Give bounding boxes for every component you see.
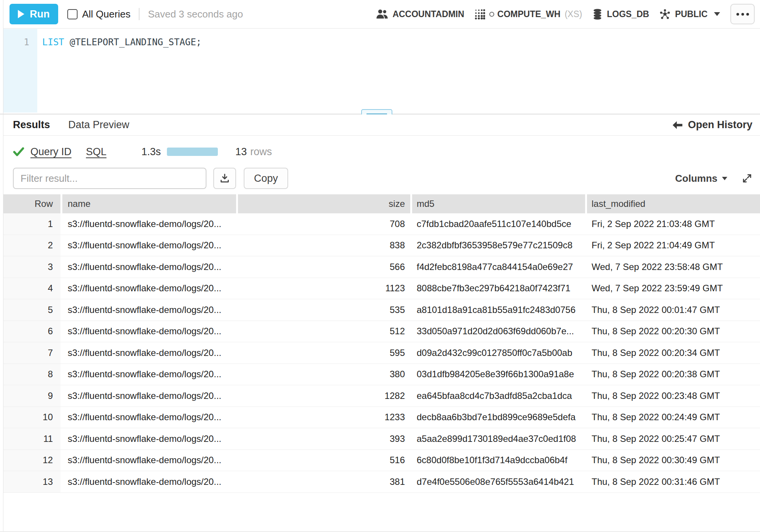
success-check-icon bbox=[13, 147, 24, 157]
cell-name: s3://fluentd-snowflake-demo/logs/20... bbox=[62, 299, 236, 321]
table-row[interactable]: 4s3://fluentd-snowflake-demo/logs/20...1… bbox=[3, 278, 760, 300]
context-selectors: ACCOUNTADMIN COMPUTE_WH (XS) bbox=[376, 4, 755, 24]
cell-last_modified: Thu, 8 Sep 2022 00:30:49 GMT bbox=[587, 450, 760, 471]
sql-statement: LIST @TELEPORT_LANDING_STAGE; bbox=[37, 35, 202, 50]
cell-name: s3://fluentd-snowflake-demo/logs/20... bbox=[62, 278, 236, 299]
cell-row: 5 bbox=[3, 299, 60, 321]
results-panel: Results Data Preview Open History Query … bbox=[3, 114, 760, 531]
column-header-last-modified[interactable]: last_modified bbox=[587, 194, 760, 213]
cell-size: 381 bbox=[238, 471, 410, 492]
cell-last_modified: Thu, 8 Sep 2022 00:23:48 GMT bbox=[587, 385, 760, 407]
table-row[interactable]: 2s3://fluentd-snowflake-demo/logs/20...8… bbox=[3, 235, 760, 257]
cell-name: s3://fluentd-snowflake-demo/logs/20... bbox=[62, 213, 236, 235]
table-row[interactable]: 11s3://fluentd-snowflake-demo/logs/20...… bbox=[3, 428, 760, 450]
cell-md5: 03d1dfb984205e8e39f66b1300a91a8e bbox=[412, 364, 585, 385]
schema-name: PUBLIC bbox=[675, 9, 708, 19]
cell-last_modified: Thu, 8 Sep 2022 00:01:47 GMT bbox=[587, 299, 760, 321]
sql-link[interactable]: SQL bbox=[86, 146, 106, 158]
run-button[interactable]: Run bbox=[10, 4, 58, 24]
cell-md5: a5aa2e899d1730189ed4ae37c0ed1f08 bbox=[412, 428, 585, 449]
expand-icon bbox=[742, 173, 752, 184]
tab-results[interactable]: Results bbox=[13, 119, 50, 131]
cell-size: 566 bbox=[238, 256, 410, 278]
warehouse-size: (XS) bbox=[565, 9, 582, 19]
cell-size: 516 bbox=[238, 450, 410, 471]
table-header: Row name size md5 last_modified bbox=[3, 194, 760, 213]
tab-data-preview[interactable]: Data Preview bbox=[68, 119, 130, 131]
cell-md5: f4d2febc8198a477ca844154a0e69e27 bbox=[412, 256, 585, 278]
columns-dropdown[interactable]: Columns bbox=[675, 173, 727, 184]
cell-last_modified: Thu, 8 Sep 2022 00:20:38 GMT bbox=[587, 364, 760, 385]
warehouse-icon bbox=[474, 9, 485, 19]
cell-row: 10 bbox=[3, 407, 60, 428]
role-name: ACCOUNTADMIN bbox=[392, 9, 464, 19]
run-button-label: Run bbox=[30, 8, 49, 20]
cell-md5: 8088cbe7fb3ec297b64218a0f7423f71 bbox=[412, 278, 585, 299]
query-status-row: Query ID SQL 1.3s 13 rows bbox=[3, 142, 760, 162]
cell-md5: c7fdb1cbad20aafe511c107e140bd5ce bbox=[412, 213, 585, 235]
play-icon bbox=[18, 10, 24, 18]
toolbar-divider bbox=[139, 8, 140, 20]
saved-status-text: Saved 3 seconds ago bbox=[148, 8, 243, 20]
cell-row: 12 bbox=[3, 450, 60, 471]
table-row[interactable]: 1s3://fluentd-snowflake-demo/logs/20...7… bbox=[3, 213, 760, 235]
cell-name: s3://fluentd-snowflake-demo/logs/20... bbox=[62, 235, 236, 256]
chevron-down-icon bbox=[714, 12, 720, 16]
warehouse-selector[interactable]: COMPUTE_WH (XS) bbox=[474, 9, 582, 19]
warehouse-status-icon bbox=[489, 12, 494, 17]
table-row[interactable]: 13s3://fluentd-snowflake-demo/logs/20...… bbox=[3, 471, 760, 493]
cell-last_modified: Wed, 7 Sep 2022 23:59:49 GMT bbox=[587, 278, 760, 299]
cell-row: 2 bbox=[3, 235, 60, 256]
cell-size: 393 bbox=[238, 428, 410, 449]
cell-row: 3 bbox=[3, 256, 60, 278]
table-row[interactable]: 9s3://fluentd-snowflake-demo/logs/20...1… bbox=[3, 385, 760, 407]
table-row[interactable]: 6s3://fluentd-snowflake-demo/logs/20...5… bbox=[3, 321, 760, 343]
column-header-row[interactable]: Row bbox=[3, 194, 60, 213]
results-table: Row name size md5 last_modified 1s3://fl… bbox=[3, 194, 760, 493]
worksheet-panel: Run All Queries Saved 3 seconds ago ACCO… bbox=[0, 0, 760, 532]
query-duration: 1.3s bbox=[141, 146, 161, 158]
table-row[interactable]: 3s3://fluentd-snowflake-demo/logs/20...5… bbox=[3, 256, 760, 278]
more-actions-button[interactable] bbox=[730, 4, 755, 24]
column-header-size[interactable]: size bbox=[238, 194, 410, 213]
table-row[interactable]: 5s3://fluentd-snowflake-demo/logs/20...5… bbox=[3, 299, 760, 321]
cell-last_modified: Thu, 8 Sep 2022 00:31:46 GMT bbox=[587, 471, 760, 492]
column-header-name[interactable]: name bbox=[62, 194, 236, 213]
download-results-button[interactable] bbox=[213, 168, 236, 189]
column-header-md5[interactable]: md5 bbox=[412, 194, 585, 213]
table-row[interactable]: 8s3://fluentd-snowflake-demo/logs/20...3… bbox=[3, 364, 760, 386]
query-id-link[interactable]: Query ID bbox=[30, 146, 71, 158]
open-history-button[interactable]: Open History bbox=[672, 119, 752, 131]
cell-row: 9 bbox=[3, 385, 60, 407]
cell-last_modified: Fri, 2 Sep 2022 21:03:48 GMT bbox=[587, 213, 760, 235]
cell-name: s3://fluentd-snowflake-demo/logs/20... bbox=[62, 471, 236, 492]
all-queries-checkbox[interactable] bbox=[67, 9, 78, 19]
table-body: 1s3://fluentd-snowflake-demo/logs/20...7… bbox=[3, 213, 760, 493]
cell-md5: d7e4f0e5506e08e765f5553a6414b421 bbox=[412, 471, 585, 492]
cell-row: 4 bbox=[3, 278, 60, 299]
cell-row: 6 bbox=[3, 321, 60, 342]
role-selector[interactable]: ACCOUNTADMIN bbox=[376, 9, 464, 19]
cell-last_modified: Thu, 8 Sep 2022 00:20:30 GMT bbox=[587, 321, 760, 342]
arrow-left-icon bbox=[672, 121, 683, 130]
cell-size: 708 bbox=[238, 213, 410, 235]
cell-last_modified: Thu, 8 Sep 2022 00:25:47 GMT bbox=[587, 428, 760, 449]
all-queries-label: All Queries bbox=[82, 8, 130, 20]
table-row[interactable]: 7s3://fluentd-snowflake-demo/logs/20...5… bbox=[3, 342, 760, 364]
schema-selector[interactable]: PUBLIC bbox=[659, 8, 720, 20]
cell-name: s3://fluentd-snowflake-demo/logs/20... bbox=[62, 385, 236, 407]
database-selector[interactable]: LOGS_DB bbox=[592, 9, 649, 20]
warehouse-name: COMPUTE_WH bbox=[497, 9, 560, 19]
cell-name: s3://fluentd-snowflake-demo/logs/20... bbox=[62, 428, 236, 449]
expand-results-button[interactable] bbox=[742, 173, 752, 184]
cell-name: s3://fluentd-snowflake-demo/logs/20... bbox=[62, 407, 236, 428]
cell-name: s3://fluentd-snowflake-demo/logs/20... bbox=[62, 342, 236, 364]
cell-name: s3://fluentd-snowflake-demo/logs/20... bbox=[62, 450, 236, 471]
table-row[interactable]: 12s3://fluentd-snowflake-demo/logs/20...… bbox=[3, 450, 760, 472]
filter-results-input[interactable] bbox=[13, 168, 206, 189]
cell-name: s3://fluentd-snowflake-demo/logs/20... bbox=[62, 364, 236, 385]
results-action-row: Copy Columns bbox=[3, 167, 760, 190]
sql-editor[interactable]: 1 LIST @TELEPORT_LANDING_STAGE; bbox=[3, 29, 760, 113]
table-row[interactable]: 10s3://fluentd-snowflake-demo/logs/20...… bbox=[3, 407, 760, 429]
copy-button[interactable]: Copy bbox=[244, 168, 288, 189]
